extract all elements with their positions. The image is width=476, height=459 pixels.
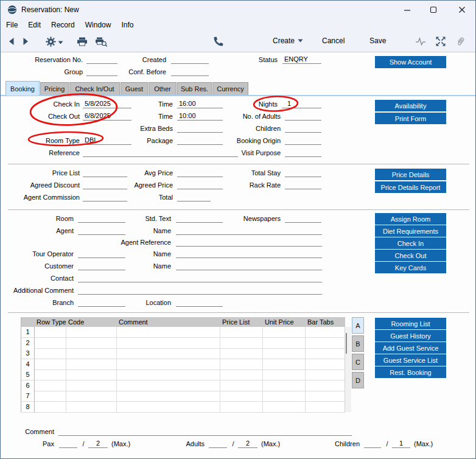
grid-cell[interactable]	[66, 402, 117, 413]
cancel-button[interactable]: Cancel	[322, 37, 345, 45]
diet-requirements-button[interactable]: Diet Requirements	[375, 225, 446, 237]
maximize-button[interactable]	[424, 1, 443, 19]
grid-cell[interactable]	[35, 370, 66, 380]
save-button[interactable]: Save	[369, 37, 386, 45]
grid-cell[interactable]	[117, 380, 220, 391]
contact-field[interactable]	[78, 273, 322, 282]
visit-purpose-field[interactable]	[285, 148, 321, 157]
grid-cell[interactable]	[66, 370, 117, 380]
grid-cell[interactable]	[220, 380, 263, 391]
menu-record[interactable]: Record	[51, 21, 75, 29]
comment-field[interactable]	[58, 427, 352, 436]
scrollbar-thumb[interactable]	[346, 333, 347, 354]
grid-scrollbar[interactable]	[345, 327, 351, 412]
key-cards-button[interactable]: Key Cards	[375, 262, 446, 273]
tab-booking[interactable]: Booking	[5, 81, 40, 96]
guest-service-list-button[interactable]: Guest Service List	[375, 354, 446, 366]
total-stay-field[interactable]	[285, 168, 321, 177]
created-field[interactable]	[171, 55, 209, 64]
grid-cell[interactable]	[220, 359, 263, 370]
menu-window[interactable]: Window	[85, 21, 111, 29]
grid-cell[interactable]	[263, 402, 306, 413]
agent-name-field[interactable]	[176, 226, 322, 235]
grid-cell[interactable]	[66, 380, 117, 391]
grid-cell[interactable]	[220, 370, 263, 380]
rack-rate-field[interactable]	[285, 180, 321, 189]
check-in-button[interactable]: Check In	[375, 237, 446, 249]
menu-edit[interactable]: Edit	[28, 21, 41, 29]
grid-cell[interactable]	[263, 370, 306, 380]
pax-field[interactable]	[59, 439, 77, 448]
grid-cell[interactable]	[306, 359, 345, 370]
grid-cell[interactable]	[117, 338, 220, 349]
side-tab-a[interactable]: A	[352, 317, 364, 334]
grid-cell[interactable]	[117, 402, 220, 413]
grid-cell[interactable]	[263, 327, 306, 338]
adults-max-field[interactable]: 2	[238, 439, 257, 448]
grid-cell[interactable]	[117, 348, 220, 359]
nights-field[interactable]: 1	[282, 99, 321, 108]
total-field[interactable]	[177, 192, 211, 201]
price-details-report-button[interactable]: Price Details Report	[375, 181, 446, 193]
create-button[interactable]: Create	[273, 37, 303, 45]
grid-cell[interactable]	[117, 359, 220, 370]
grid-cell[interactable]	[35, 380, 66, 391]
rooming-list-button[interactable]: Rooming List	[375, 318, 446, 329]
newspapers-field[interactable]	[285, 214, 321, 223]
agent-reference-field[interactable]	[176, 237, 322, 247]
grid-cell[interactable]	[117, 391, 220, 402]
grid-cell[interactable]	[35, 327, 66, 338]
grid-cell[interactable]	[35, 402, 66, 413]
time-in-field[interactable]: 16:00	[177, 99, 223, 108]
gear-icon[interactable]	[46, 37, 56, 47]
forward-icon[interactable]	[23, 37, 29, 46]
extra-beds-field[interactable]	[177, 124, 223, 133]
agreed-price-field[interactable]	[177, 180, 223, 189]
tab-other[interactable]: Other	[149, 82, 177, 95]
grid-cell[interactable]	[306, 380, 345, 391]
side-tab-b[interactable]: B	[352, 335, 364, 352]
grid-cell[interactable]	[220, 391, 263, 402]
pax-max-field[interactable]: 2	[88, 439, 108, 448]
print-preview-icon[interactable]	[95, 37, 108, 47]
adults-footer-field[interactable]	[209, 439, 227, 448]
booking-origin-field[interactable]	[285, 136, 321, 145]
grid-cell[interactable]	[35, 391, 66, 402]
grid-cell[interactable]	[263, 338, 306, 349]
grid-cell[interactable]	[306, 391, 345, 402]
package-field[interactable]	[177, 136, 223, 145]
grid-cell[interactable]	[263, 348, 306, 359]
grid-cell[interactable]	[66, 338, 117, 349]
menu-info[interactable]: Info	[121, 21, 133, 29]
reference-field[interactable]	[83, 148, 238, 157]
status-field[interactable]: ENQRY	[282, 55, 321, 64]
attachment-icon[interactable]	[456, 37, 466, 47]
grid-cell[interactable]	[263, 391, 306, 402]
tab-check-in-out[interactable]: Check In/Out	[69, 82, 120, 95]
grid-cell[interactable]	[306, 338, 345, 349]
tour-name-field[interactable]	[176, 249, 322, 258]
rest-booking-button[interactable]: Rest. Booking	[375, 366, 446, 378]
phone-icon[interactable]	[214, 37, 223, 46]
avg-price-field[interactable]	[177, 168, 223, 177]
grid-cell[interactable]	[220, 348, 263, 359]
side-tab-c[interactable]: C	[352, 354, 364, 370]
add-guest-service-button[interactable]: Add Guest Service	[375, 342, 446, 354]
show-account-button[interactable]: Show Account	[375, 56, 446, 68]
title-bar[interactable]: Reservation: New	[1, 1, 475, 19]
guest-history-button[interactable]: Guest History	[375, 330, 446, 342]
grid-cell[interactable]	[306, 402, 345, 413]
activity-icon[interactable]	[415, 37, 426, 46]
side-tab-d[interactable]: D	[352, 372, 364, 388]
availability-button[interactable]: Availability	[375, 100, 446, 111]
grid-cell[interactable]	[220, 402, 263, 413]
grid-cell[interactable]	[35, 348, 66, 359]
children-max-field[interactable]: 1	[392, 439, 410, 448]
grid-cell[interactable]	[306, 370, 345, 380]
tab-currency[interactable]: Currency	[212, 82, 248, 95]
std-text-field[interactable]	[176, 214, 223, 223]
tab-sub-res[interactable]: Sub Res.	[177, 82, 212, 95]
grid-cell[interactable]	[35, 338, 66, 349]
back-icon[interactable]	[8, 37, 15, 46]
check-out-button[interactable]: Check Out	[375, 250, 446, 261]
